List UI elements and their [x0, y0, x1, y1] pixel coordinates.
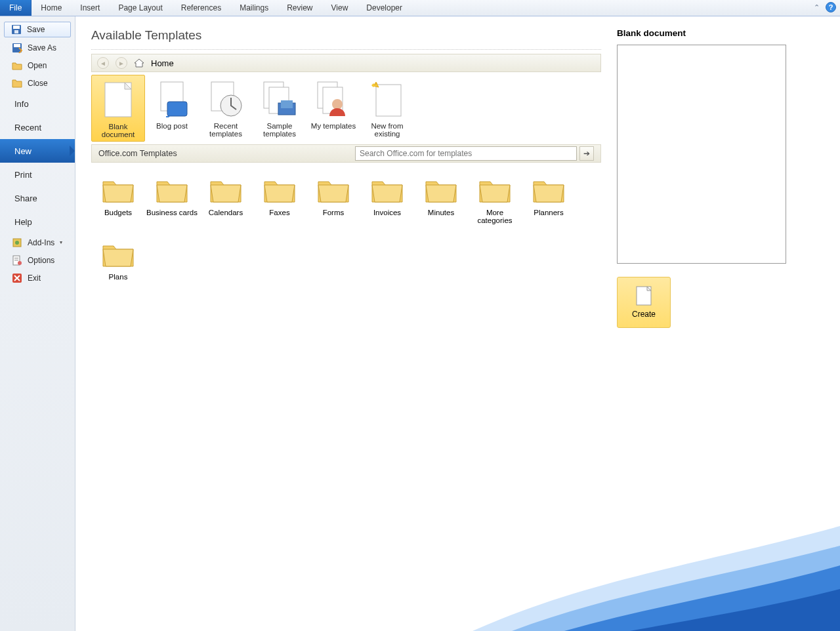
breadcrumb: ◄ ► Home — [91, 54, 601, 72]
svg-point-10 — [18, 261, 22, 265]
sidebar-saveas[interactable]: Save As — [0, 39, 75, 56]
sidebar-addins[interactable]: Add-Ins ▾ — [0, 234, 75, 251]
tab-developer[interactable]: Developer — [357, 0, 411, 16]
addins-icon — [12, 237, 22, 248]
folder-label: Planners — [534, 209, 563, 216]
tab-view[interactable]: View — [322, 0, 358, 16]
new-existing-icon — [371, 81, 404, 117]
tile-label: My templates — [311, 122, 356, 130]
sidebar-label: Add-Ins — [28, 238, 54, 247]
preview-pane: Blank document Create — [617, 16, 840, 631]
sidebar-new[interactable]: New — [0, 139, 75, 163]
sidebar-open[interactable]: Open — [0, 56, 75, 74]
folder-minutes[interactable]: Minutes — [414, 172, 468, 224]
sidebar-options[interactable]: Options — [0, 251, 75, 269]
folder-invoices[interactable]: Invoices — [360, 172, 414, 224]
sidebar-help[interactable]: Help — [0, 210, 75, 234]
tile-label: Blank document — [102, 123, 135, 138]
sidebar-label: Info — [14, 99, 29, 109]
folder-calendars[interactable]: Calendars — [199, 172, 253, 224]
folder-label: Business cards — [146, 209, 198, 216]
blank-doc-icon — [104, 81, 133, 118]
folder-more-categories[interactable]: More categories — [468, 172, 522, 224]
sample-icon — [261, 81, 298, 117]
folder-plans[interactable]: Plans — [91, 236, 145, 281]
tile-sample-templates[interactable]: Sample templates — [253, 75, 306, 142]
folder-label: More categories — [477, 209, 512, 224]
tile-label: New from existing — [371, 122, 403, 138]
folder-icon — [423, 176, 459, 204]
create-button[interactable]: Create — [617, 277, 671, 328]
folder-icon — [100, 176, 136, 204]
folder-label: Forms — [323, 209, 345, 216]
sidebar-label: Save — [27, 25, 45, 34]
folder-planners[interactable]: Planners — [522, 172, 576, 224]
sidebar-info[interactable]: Info — [0, 92, 75, 115]
nav-forward-button[interactable]: ► — [116, 57, 127, 69]
folder-business-cards[interactable]: Business cards — [145, 172, 199, 224]
blog-icon — [156, 81, 188, 117]
search-go-button[interactable]: ➔ — [579, 146, 594, 161]
home-icon — [134, 58, 144, 68]
sidebar-label: New — [14, 146, 32, 156]
search-input[interactable] — [355, 146, 577, 161]
folder-label: Calendars — [209, 209, 243, 216]
sidebar-share[interactable]: Share — [0, 186, 75, 210]
template-tiles: Blank document Blog post Recent template… — [91, 75, 601, 142]
folder-label: Minutes — [428, 209, 454, 216]
tab-references[interactable]: References — [172, 0, 230, 16]
sidebar-label: Save As — [28, 43, 56, 52]
sidebar-save[interactable]: Save — [4, 22, 71, 37]
sidebar-label: Close — [28, 79, 48, 88]
recent-icon — [207, 81, 244, 117]
sidebar-label: Open — [28, 61, 47, 70]
section-label: Office.com Templates — [98, 149, 177, 158]
office-templates-bar: Office.com Templates ➔ — [91, 144, 601, 163]
tile-label: Sample templates — [263, 122, 296, 138]
tab-home[interactable]: Home — [32, 0, 71, 16]
tab-page-layout[interactable]: Page Layout — [109, 0, 171, 16]
tab-review[interactable]: Review — [278, 0, 322, 16]
sidebar-close[interactable]: Close — [0, 74, 75, 92]
folder-faxes[interactable]: Faxes — [253, 172, 306, 224]
backstage-sidebar: Save Save As Open Close Info Recent New … — [0, 16, 75, 631]
svg-rect-8 — [14, 258, 18, 258]
my-templates-icon — [315, 81, 352, 117]
folder-label: Faxes — [269, 209, 289, 216]
tile-recent-templates[interactable]: Recent templates — [199, 75, 253, 142]
open-icon — [12, 60, 22, 71]
tab-mailings[interactable]: Mailings — [230, 0, 278, 16]
breadcrumb-home[interactable]: Home — [151, 58, 174, 68]
folder-icon — [154, 176, 190, 204]
minimize-ribbon-icon[interactable]: ⌃ — [811, 2, 822, 12]
folder-icon — [369, 176, 405, 204]
ribbon-tabs: File Home Insert Page Layout References … — [0, 0, 840, 16]
folder-icon — [262, 176, 297, 204]
page-title: Available Templates — [91, 28, 601, 43]
folder-icon — [531, 176, 566, 204]
sidebar-recent[interactable]: Recent — [0, 115, 75, 139]
svg-rect-9 — [14, 260, 18, 260]
saveas-icon — [12, 43, 22, 53]
tile-new-from-existing[interactable]: New from existing — [360, 75, 414, 142]
sidebar-label: Options — [28, 256, 54, 265]
help-icon[interactable]: ? — [826, 2, 836, 12]
close-folder-icon — [12, 78, 22, 89]
options-icon — [12, 255, 22, 266]
sidebar-print[interactable]: Print — [0, 163, 75, 186]
tile-blank-document[interactable]: Blank document — [91, 75, 145, 142]
create-label: Create — [632, 310, 656, 319]
template-folders: BudgetsBusiness cardsCalendarsFaxesForms… — [91, 172, 601, 293]
dropdown-caret-icon: ▾ — [60, 239, 62, 245]
tab-insert[interactable]: Insert — [71, 0, 109, 16]
svg-rect-1 — [13, 26, 20, 29]
tile-my-templates[interactable]: My templates — [306, 75, 360, 142]
tab-file[interactable]: File — [0, 0, 32, 16]
nav-back-button[interactable]: ◄ — [97, 57, 109, 69]
folder-forms[interactable]: Forms — [306, 172, 360, 224]
tile-blog-post[interactable]: Blog post — [145, 75, 199, 142]
exit-icon — [12, 273, 22, 283]
sidebar-exit[interactable]: Exit — [0, 269, 75, 287]
folder-budgets[interactable]: Budgets — [91, 172, 145, 224]
folder-icon — [316, 176, 351, 204]
